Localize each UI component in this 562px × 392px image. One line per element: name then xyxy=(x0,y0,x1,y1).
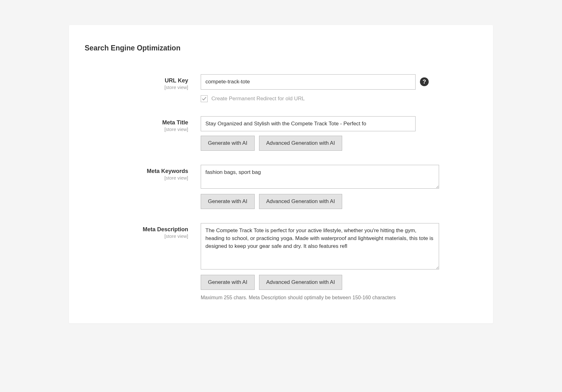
row-url-key: URL Key [store view] ? Create Permanent … xyxy=(85,74,477,102)
label-meta-description: Meta Description [store view] xyxy=(85,223,201,239)
field-url-key: ? Create Permanent Redirect for old URL xyxy=(201,74,445,102)
row-meta-description: Meta Description [store view] The Compet… xyxy=(85,223,477,301)
field-meta-description: The Compete Track Tote is perfect for yo… xyxy=(201,223,445,301)
advanced-ai-button[interactable]: Advanced Generation with AI xyxy=(259,136,342,151)
row-meta-title: Meta Title [store view] Generate with AI… xyxy=(85,116,477,151)
label-meta-title: Meta Title [store view] xyxy=(85,116,201,132)
label-url-key: URL Key [store view] xyxy=(85,74,201,90)
url-key-input[interactable] xyxy=(201,74,416,90)
label-meta-title-scope: [store view] xyxy=(85,127,188,132)
label-url-key-scope: [store view] xyxy=(85,85,188,90)
redirect-checkbox[interactable] xyxy=(201,95,208,102)
meta-description-input[interactable]: The Compete Track Tote is perfect for yo… xyxy=(201,223,439,269)
generate-ai-button[interactable]: Generate with AI xyxy=(201,136,255,151)
redirect-checkbox-row: Create Permanent Redirect for old URL xyxy=(201,95,445,102)
label-meta-keywords-scope: [store view] xyxy=(85,175,188,180)
field-meta-title: Generate with AI Advanced Generation wit… xyxy=(201,116,445,151)
redirect-checkbox-label: Create Permanent Redirect for old URL xyxy=(211,96,305,102)
advanced-ai-button[interactable]: Advanced Generation with AI xyxy=(259,194,342,209)
label-meta-description-scope: [store view] xyxy=(85,233,188,239)
label-meta-keywords-text: Meta Keywords xyxy=(147,168,188,174)
seo-panel: Search Engine Optimization URL Key [stor… xyxy=(69,25,493,323)
meta-title-input[interactable] xyxy=(201,116,416,132)
label-meta-title-text: Meta Title xyxy=(162,119,188,126)
label-meta-keywords: Meta Keywords [store view] xyxy=(85,165,201,180)
row-meta-keywords: Meta Keywords [store view] fashion bags,… xyxy=(85,165,477,209)
help-icon[interactable]: ? xyxy=(420,77,429,86)
generate-ai-button[interactable]: Generate with AI xyxy=(201,275,255,290)
panel-title: Search Engine Optimization xyxy=(85,44,477,52)
meta-description-note: Maximum 255 chars. Meta Description shou… xyxy=(201,294,430,301)
meta-keywords-input[interactable]: fashion bags, sport bag xyxy=(201,165,439,189)
label-meta-description-text: Meta Description xyxy=(143,226,188,233)
label-url-key-text: URL Key xyxy=(165,77,188,84)
generate-ai-button[interactable]: Generate with AI xyxy=(201,194,255,209)
field-meta-keywords: fashion bags, sport bag Generate with AI… xyxy=(201,165,445,209)
check-icon xyxy=(202,97,206,101)
advanced-ai-button[interactable]: Advanced Generation with AI xyxy=(259,275,342,290)
